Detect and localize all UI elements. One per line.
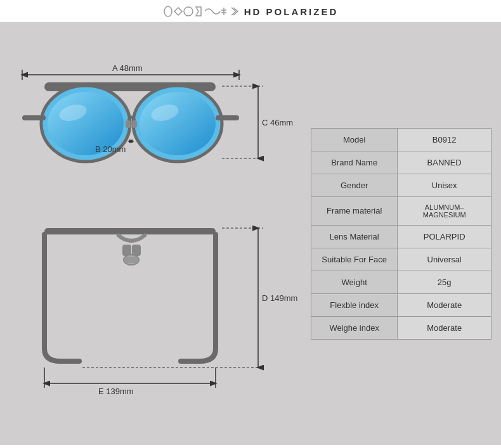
spec-label: Weighe index: [311, 316, 398, 339]
spec-label: Frame material: [311, 196, 398, 225]
svg-rect-12: [216, 115, 239, 120]
svg-text:E 139mm: E 139mm: [98, 387, 134, 396]
header-title: HD POLARIZED: [244, 6, 339, 17]
diagram-section: A 48mm B 20mm C 46mm: [10, 32, 301, 435]
svg-text:D 149mm: D 149mm: [262, 293, 297, 303]
svg-rect-23: [44, 228, 216, 234]
spec-row: Weight25g: [311, 271, 491, 293]
spec-value: 25g: [398, 271, 491, 293]
spec-value: Universal: [398, 248, 491, 271]
svg-rect-9: [126, 120, 131, 128]
spec-value: POLARPID: [398, 225, 491, 248]
spec-value: ALUMNUM–MAGNESIUM: [398, 196, 491, 225]
spec-label: Flexble index: [311, 293, 398, 316]
spec-value: Unisex: [398, 174, 491, 196]
spec-row: Lens MaterialPOLARPID: [311, 225, 491, 248]
spec-row: Suitable For FaceUniversal: [311, 248, 491, 271]
spec-value: Moderate: [398, 293, 491, 316]
decorative-icons: [163, 5, 239, 18]
spec-label: Suitable For Face: [311, 248, 398, 271]
svg-point-7: [140, 92, 216, 155]
spec-label: Weight: [311, 271, 398, 293]
specs-section: ModelB0912Brand NameBANNEDGenderUnisexFr…: [311, 128, 491, 340]
svg-text:A 48mm: A 48mm: [112, 63, 143, 73]
svg-point-0: [164, 6, 172, 16]
specs-table: ModelB0912Brand NameBANNEDGenderUnisexFr…: [311, 128, 491, 340]
spec-label: Brand Name: [311, 151, 398, 174]
spec-row: Frame materialALUMNUM–MAGNESIUM: [311, 196, 491, 225]
svg-text:B 20mm: B 20mm: [95, 144, 126, 154]
spec-value: BANNED: [398, 151, 491, 174]
spec-row: Flexble indexModerate: [311, 293, 491, 316]
spec-label: Gender: [311, 174, 398, 196]
spec-row: ModelB0912: [311, 128, 491, 151]
dimensions-diagram: A 48mm B 20mm C 46mm: [10, 32, 301, 437]
spec-label: Lens Material: [311, 225, 398, 248]
top-header: HD POLARIZED: [0, 0, 501, 22]
svg-rect-27: [125, 257, 138, 263]
spec-row: GenderUnisex: [311, 174, 491, 196]
svg-rect-11: [22, 115, 46, 120]
spec-row: Weighe indexModerate: [311, 316, 491, 339]
spec-value: Moderate: [398, 316, 491, 339]
spec-value: B0912: [398, 128, 491, 151]
svg-point-1: [184, 7, 193, 16]
svg-rect-10: [132, 120, 137, 128]
svg-text:C 46mm: C 46mm: [262, 118, 293, 127]
spec-label: Model: [311, 128, 398, 151]
spec-row: Brand NameBANNED: [311, 151, 491, 174]
